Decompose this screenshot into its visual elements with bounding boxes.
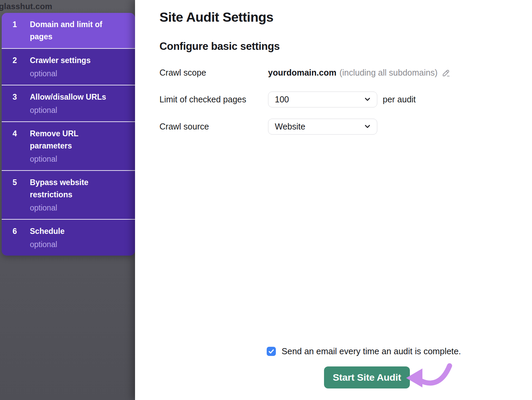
step-number: 5 xyxy=(2,176,30,188)
crawl-source-select[interactable]: Website xyxy=(268,119,377,135)
step-optional-note: optional xyxy=(30,105,106,116)
crawl-scope-subdomains-note: (including all subdomains) xyxy=(339,68,437,78)
crawl-scope-value: yourdomain.com (including all subdomains… xyxy=(268,68,451,78)
step-optional-note: optional xyxy=(30,68,91,79)
page-title: Site Audit Settings xyxy=(159,9,532,25)
start-site-audit-button[interactable]: Start Site Audit xyxy=(324,366,410,388)
site-audit-settings-panel: Site Audit Settings Configure basic sett… xyxy=(135,0,532,400)
annotation-arrow-icon xyxy=(404,362,455,389)
step-title: Remove URL parameters xyxy=(30,127,117,152)
step-optional-note: optional xyxy=(30,239,64,250)
step-schedule[interactable]: 6 Schedule optional xyxy=(2,219,135,256)
step-number: 6 xyxy=(2,225,30,237)
limit-of-pages-select[interactable]: 100 xyxy=(268,92,377,107)
checkmark-icon xyxy=(268,348,274,355)
email-option-row[interactable]: Send an email every time an audit is com… xyxy=(267,346,461,356)
step-number: 4 xyxy=(2,127,30,140)
crawl-source-label: Crawl source xyxy=(159,122,268,132)
chevron-down-icon xyxy=(364,96,371,103)
step-bypass-website-restrictions[interactable]: 5 Bypass website restrictions optional xyxy=(2,170,135,219)
step-number: 3 xyxy=(2,91,30,103)
step-optional-note: optional xyxy=(30,154,117,165)
email-option-label: Send an email every time an audit is com… xyxy=(282,346,461,356)
chevron-down-icon xyxy=(364,123,371,130)
crawl-scope-domain: yourdomain.com xyxy=(268,68,336,78)
crawl-scope-row: Crawl scope yourdomain.com (including al… xyxy=(159,64,532,81)
step-allow-disallow-urls[interactable]: 3 Allow/disallow URLs optional xyxy=(2,85,135,121)
crawl-scope-label: Crawl scope xyxy=(159,68,268,78)
limit-of-pages-row: Limit of checked pages 100 per audit xyxy=(159,91,532,107)
step-optional-note: optional xyxy=(30,202,117,214)
step-title: Crawler settings xyxy=(30,54,91,66)
crawl-source-row: Crawl source Website xyxy=(159,118,532,135)
dimmed-background-pane: glasshut.com 1 Domain and limit of pages… xyxy=(0,0,135,400)
site-audit-wizard-steps: 1 Domain and limit of pages 2 Crawler se… xyxy=(2,13,135,256)
edit-pencil-icon[interactable] xyxy=(441,68,451,77)
step-title: Bypass website restrictions xyxy=(30,176,117,201)
email-checkbox[interactable] xyxy=(267,347,276,356)
limit-of-pages-selected-value: 100 xyxy=(275,95,289,104)
step-title: Schedule xyxy=(30,225,64,237)
step-domain-and-limit[interactable]: 1 Domain and limit of pages xyxy=(2,13,135,48)
project-domain-label: glasshut.com xyxy=(0,2,52,11)
step-number: 2 xyxy=(2,54,30,66)
limit-of-pages-label: Limit of checked pages xyxy=(159,95,268,104)
section-heading: Configure basic settings xyxy=(159,40,532,53)
step-remove-url-parameters[interactable]: 4 Remove URL parameters optional xyxy=(2,121,135,170)
step-crawler-settings[interactable]: 2 Crawler settings optional xyxy=(2,48,135,85)
crawl-source-selected-value: Website xyxy=(275,122,305,132)
step-number: 1 xyxy=(2,18,30,31)
per-audit-suffix: per audit xyxy=(383,95,416,104)
step-title: Domain and limit of pages xyxy=(30,18,117,43)
step-title: Allow/disallow URLs xyxy=(30,91,106,103)
